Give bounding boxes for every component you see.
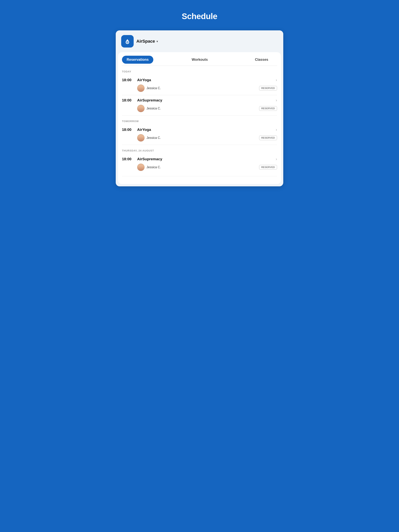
reservation-time-row[interactable]: 18:00 AirSupremacy ›	[122, 154, 277, 162]
person-name: Jessica C.	[147, 136, 161, 140]
person-info: Jessica C.	[137, 134, 161, 142]
chevron-right-icon: ›	[276, 127, 277, 132]
content-card: Reservations Workouts Classes TODAY 18:0…	[118, 52, 281, 184]
status-badge: RESERVED	[259, 106, 277, 111]
person-row: Jessica C. RESERVED	[122, 104, 277, 115]
class-name-label: AirSupremacy	[137, 157, 276, 161]
section-label-thursday: THURSDAY, 24 AUGUST	[118, 145, 281, 154]
avatar-face	[137, 134, 144, 141]
avatar-face	[137, 85, 144, 92]
status-badge: RESERVED	[259, 165, 277, 170]
bottom-divider	[122, 176, 277, 176]
time-label: 18:00	[122, 157, 135, 161]
list-item: 18:00 AirYoga › Jessica C. RESERVED	[118, 125, 281, 145]
person-row: Jessica C. RESERVED	[122, 133, 277, 145]
status-badge: RESERVED	[259, 86, 277, 90]
person-info: Jessica C.	[137, 84, 161, 92]
avatar	[137, 84, 145, 92]
section-label-tomorrow: TOMORROW	[118, 115, 281, 125]
avatar	[137, 105, 145, 112]
list-item: 18:00 AirYoga › Jessica C. RESERVED	[118, 75, 281, 95]
person-name: Jessica C.	[147, 86, 161, 90]
brand-chevron-icon: ▾	[156, 39, 158, 43]
list-item: 18:00 AirSupremacy › Jessica C. RESERVED	[118, 95, 281, 115]
reservation-time-row[interactable]: 18:00 AirYoga ›	[122, 125, 277, 133]
person-row: Jessica C. RESERVED	[122, 83, 277, 95]
person-name: Jessica C.	[147, 165, 161, 169]
brand-logo	[121, 35, 134, 48]
list-item: 18:00 AirSupremacy › Jessica C. RESERVED	[118, 154, 281, 174]
airspace-logo-icon	[124, 38, 131, 45]
page-title: Schedule	[182, 12, 217, 21]
person-name: Jessica C.	[147, 107, 161, 110]
brand-selector[interactable]: AirSpace ▾	[136, 39, 158, 44]
tab-reservations[interactable]: Reservations	[122, 56, 153, 64]
class-name-label: AirYoga	[137, 127, 276, 132]
person-info: Jessica C.	[137, 105, 161, 112]
main-card-wrapper: AirSpace ▾ Reservations Workouts Classes…	[116, 30, 283, 186]
chevron-right-icon: ›	[276, 98, 277, 102]
reservation-time-row[interactable]: 18:00 AirYoga ›	[122, 75, 277, 83]
chevron-right-icon: ›	[276, 78, 277, 82]
reservation-time-row[interactable]: 18:00 AirSupremacy ›	[122, 95, 277, 104]
status-badge: RESERVED	[259, 136, 277, 140]
tabs-row: Reservations Workouts Classes	[118, 52, 281, 66]
brand-name-label: AirSpace	[136, 39, 155, 44]
person-info: Jessica C.	[137, 164, 161, 171]
avatar-face	[137, 105, 144, 112]
class-name-label: AirSupremacy	[137, 98, 276, 102]
svg-point-2	[127, 42, 128, 43]
tab-workouts[interactable]: Workouts	[184, 56, 215, 64]
avatar-face	[137, 164, 144, 171]
bottom-spacer	[118, 178, 281, 184]
chevron-right-icon: ›	[276, 157, 277, 161]
section-label-today: TODAY	[118, 66, 281, 75]
class-name-label: AirYoga	[137, 78, 276, 82]
time-label: 18:00	[122, 127, 135, 132]
tab-classes[interactable]: Classes	[246, 56, 277, 64]
avatar	[137, 134, 145, 142]
time-label: 18:00	[122, 98, 135, 102]
time-label: 18:00	[122, 78, 135, 82]
person-row: Jessica C. RESERVED	[122, 162, 277, 174]
avatar	[137, 164, 145, 171]
card-header: AirSpace ▾	[116, 30, 283, 52]
